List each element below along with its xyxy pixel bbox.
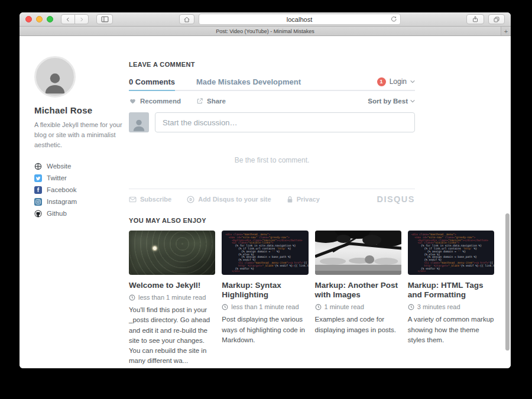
globe-icon [34, 163, 42, 170]
post-title[interactable]: Welcome to Jekyll! [129, 281, 215, 290]
window-close-button[interactable] [25, 16, 32, 22]
home-button[interactable] [179, 14, 194, 24]
recommend-label: Recommend [140, 98, 181, 105]
comment-input[interactable] [155, 112, 415, 132]
facebook-icon [34, 186, 42, 194]
subscribe-label: Subscribe [140, 196, 171, 203]
url-text: localhost [287, 16, 312, 23]
clock-icon [408, 304, 414, 310]
url-field[interactable]: localhost [199, 14, 401, 25]
reload-icon [390, 15, 397, 22]
tab-bar: Post: Video (YouTube) - Minimal Mistakes… [20, 27, 511, 36]
disqus-footer: Subscribe Add Disqus to your site Privac… [129, 194, 415, 204]
related-posts-section: YOU MAY ALSO ENJOY Welcome to Jekyll! le… [129, 217, 494, 366]
post-card: Welcome to Jekyll! less than 1 minute re… [129, 231, 215, 366]
sidebar-link-label: Facebook [47, 186, 77, 193]
chevron-down-icon [410, 80, 415, 83]
tabs-icon [493, 16, 500, 23]
disqus-tab-bar: 0 Comments Made Mistakes Development 1 L… [129, 73, 415, 91]
post-meta: less than 1 minute read [222, 303, 308, 310]
page-content: Michael Rose A flexible Jekyll theme for… [20, 36, 511, 368]
sidebar-icon [101, 16, 109, 22]
sidebar-link-label: Website [47, 163, 71, 170]
subscribe-link[interactable]: Subscribe [129, 196, 171, 203]
post-card: Markup: Another Post with Images 1 minut… [315, 231, 401, 366]
window-zoom-button[interactable] [47, 16, 53, 22]
share-comments-button[interactable]: Share [196, 98, 226, 105]
active-tab[interactable]: Post: Video (YouTube) - Minimal Mistakes [216, 28, 314, 34]
sidebar-item-github[interactable]: Github [34, 207, 129, 219]
github-icon [34, 210, 42, 218]
sidebar-item-twitter[interactable]: Twitter [34, 172, 129, 184]
chevron-right-icon [79, 17, 85, 22]
read-time: less than 1 minute read [231, 303, 299, 310]
sidebar-item-facebook[interactable]: Facebook [34, 184, 129, 196]
disqus-actions-bar: Recommend Share Sort by Best [129, 98, 415, 105]
sidebar-link-label: Twitter [47, 174, 67, 181]
heart-icon [129, 98, 137, 105]
scrollbar-thumb[interactable] [505, 213, 510, 351]
window-minimize-button[interactable] [36, 16, 43, 22]
post-thumbnail-foggy-trees[interactable] [315, 231, 401, 275]
notification-badge: 1 [377, 77, 386, 86]
clock-icon [315, 304, 322, 310]
tab-community[interactable]: Made Mistakes Development [196, 73, 301, 91]
sort-dropdown[interactable]: Sort by Best [368, 98, 415, 105]
sidebar-item-instagram[interactable]: Instagram [34, 196, 129, 207]
privacy-label: Privacy [297, 196, 320, 203]
share-label: Share [207, 98, 226, 105]
sidebar-item-website[interactable]: Website [34, 160, 129, 172]
share-button[interactable] [466, 14, 484, 24]
instagram-icon [34, 198, 42, 206]
post-thumbnail-code[interactable]: <div class="masthead__menu"> <nav id="si… [222, 231, 308, 275]
browser-toolbar: localhost [20, 12, 511, 27]
back-button[interactable] [61, 14, 75, 24]
chevron-left-icon [65, 17, 71, 22]
sidebar-link-label: Instagram [47, 198, 77, 205]
tab-overview-button[interactable] [488, 14, 505, 24]
new-tab-button[interactable]: + [501, 27, 511, 35]
related-cards: Welcome to Jekyll! less than 1 minute re… [129, 231, 494, 366]
add-disqus-link[interactable]: Add Disqus to your site [187, 196, 271, 203]
envelope-icon [129, 196, 137, 203]
read-time: 1 minute read [325, 303, 364, 310]
post-excerpt: Examples and code for displaying images … [315, 314, 401, 335]
comment-compose [129, 112, 415, 132]
disqus-logo[interactable]: DISQUS [377, 194, 415, 204]
sort-label: Sort by Best [368, 98, 408, 105]
post-thumbnail-code[interactable]: <div class="masthead__menu"> <nav id="si… [408, 231, 494, 275]
chevron-down-icon [410, 99, 415, 103]
post-title[interactable]: Markup: Another Post with Images [315, 281, 401, 300]
sidebar-link-label: Github [47, 210, 67, 217]
privacy-link[interactable]: Privacy [287, 196, 320, 203]
post-excerpt: You'll find this post in your _posts dir… [129, 305, 215, 366]
reload-button[interactable] [390, 15, 397, 22]
sidebar-toggle-button[interactable] [96, 14, 113, 24]
related-heading: YOU MAY ALSO ENJOY [129, 217, 494, 224]
post-excerpt: A variety of common markup showing how t… [408, 314, 494, 345]
post-title[interactable]: Markup: Syntax Highlighting [222, 281, 308, 300]
post-meta: less than 1 minute read [129, 294, 215, 301]
twitter-icon [34, 174, 42, 182]
clock-icon [222, 304, 228, 310]
comments-section: LEAVE A COMMENT 0 Comments Made Mistakes… [129, 61, 415, 204]
browser-window: localhost Post: Video (YouTube) - Minima… [20, 12, 511, 368]
forward-button[interactable] [74, 14, 89, 24]
login-button[interactable]: 1 Login [377, 77, 415, 86]
recommend-button[interactable]: Recommend [129, 98, 181, 105]
home-icon [183, 16, 190, 23]
read-time: less than 1 minute read [138, 294, 206, 301]
divider [129, 189, 415, 189]
tab-comment-count[interactable]: 0 Comments [129, 73, 175, 91]
comments-heading: LEAVE A COMMENT [129, 61, 415, 68]
post-thumbnail-green-macro[interactable] [129, 231, 215, 275]
author-name: Michael Rose [34, 105, 129, 115]
post-excerpt: Post displaying the various ways of high… [222, 314, 308, 345]
post-card: <div class="masthead__menu"> <nav id="si… [408, 231, 494, 366]
disqus-icon [187, 196, 194, 203]
share-box-icon [196, 98, 203, 105]
author-bio: A flexible Jekyll theme for your blog or… [34, 120, 123, 150]
post-title[interactable]: Markup: HTML Tags and Formatting [408, 281, 494, 300]
author-links: Website Twitter Facebook Instagram Githu… [34, 160, 129, 219]
person-icon [131, 117, 147, 132]
